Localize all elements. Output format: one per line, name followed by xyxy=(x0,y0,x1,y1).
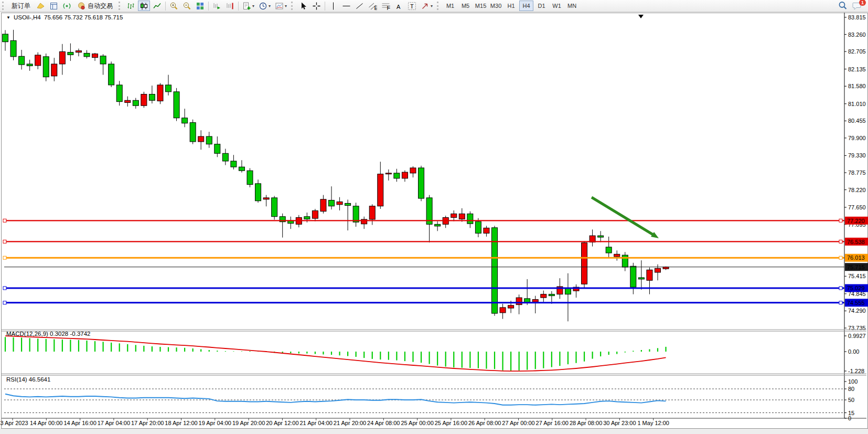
candle xyxy=(3,34,8,42)
candle xyxy=(43,57,49,77)
line-handle-right[interactable] xyxy=(839,256,842,259)
line-handle-left[interactable] xyxy=(3,287,6,290)
cursor-button[interactable] xyxy=(297,1,309,11)
candle xyxy=(337,202,342,205)
candle xyxy=(149,94,155,101)
candle xyxy=(239,167,244,171)
candle xyxy=(630,266,636,287)
chart-title: ▼USOil-,H4 75.656 75.732 75.618 75.715 xyxy=(6,14,123,20)
tile-windows-button[interactable] xyxy=(194,1,206,11)
auto-scroll-button[interactable] xyxy=(211,1,223,11)
text-button[interactable]: A xyxy=(393,1,405,11)
candlestick-chart-button[interactable] xyxy=(138,1,150,11)
text-label-button[interactable]: T xyxy=(406,1,418,11)
rsi-line xyxy=(5,394,666,405)
candle xyxy=(35,55,41,66)
macd-signal-line xyxy=(5,336,666,371)
timeframe-h4-button[interactable]: H4 xyxy=(519,1,533,11)
timeframe-d1-button[interactable]: D1 xyxy=(534,1,549,11)
horizontal-line-button[interactable] xyxy=(340,1,352,11)
candle xyxy=(459,214,465,219)
chart-shift-button[interactable] xyxy=(224,1,236,11)
price-badge-label: 76.013 xyxy=(847,255,865,261)
search-icon[interactable] xyxy=(837,1,849,11)
date-label: 28 Apr 08:00 xyxy=(570,420,602,426)
macd-signal-value: -0.3742 xyxy=(70,331,90,337)
line-chart-button[interactable] xyxy=(151,1,163,11)
template-button[interactable]: ▾ xyxy=(273,1,288,11)
candle xyxy=(141,94,147,106)
trend-arrow-annotation[interactable] xyxy=(592,197,653,235)
timeframe-w1-button[interactable]: W1 xyxy=(550,1,564,11)
timeframe-m1-button[interactable]: M1 xyxy=(443,1,457,11)
line-handle-right[interactable] xyxy=(839,301,842,304)
candle xyxy=(255,184,261,201)
candle xyxy=(475,221,481,233)
timeframe-clock-button[interactable]: ▾ xyxy=(257,1,272,11)
date-label: 1 May 12:00 xyxy=(637,420,669,426)
candle xyxy=(198,136,204,142)
candle xyxy=(394,173,400,178)
market-watch-icon[interactable] xyxy=(48,1,60,11)
chart-menu-icon[interactable]: ▼ xyxy=(6,15,10,20)
line-handle-right[interactable] xyxy=(839,287,842,290)
new-chart-button[interactable]: ▾ xyxy=(241,1,256,11)
timeframe-mn-button[interactable]: MN xyxy=(565,1,579,11)
line-handle-left[interactable] xyxy=(3,256,6,259)
macd-axis-label: 0.00 xyxy=(848,348,859,355)
candle xyxy=(68,52,73,55)
origami-icon[interactable] xyxy=(35,1,47,11)
price-axis-label: 81.010 xyxy=(848,101,866,107)
candle xyxy=(598,236,604,237)
candle xyxy=(329,200,335,206)
line-handle-left[interactable] xyxy=(3,219,6,222)
timeframe-m30-button[interactable]: M30 xyxy=(489,1,503,11)
candle xyxy=(222,153,228,161)
line-handle-right[interactable] xyxy=(839,240,842,243)
chart-canvas[interactable]: 83.81583.26082.70582.13581.58081.01080.4… xyxy=(0,0,868,434)
toolbar-grip[interactable] xyxy=(291,2,295,10)
toolbar-grip[interactable] xyxy=(2,2,6,10)
candle xyxy=(385,173,391,174)
timeframe-m15-button[interactable]: M15 xyxy=(474,1,488,11)
date-label: 20 Apr 12:00 xyxy=(266,420,298,426)
toolbar-grip[interactable] xyxy=(437,2,441,10)
candle xyxy=(549,294,554,296)
svg-text:A: A xyxy=(397,3,401,9)
candle xyxy=(353,206,359,223)
vertical-line-button[interactable] xyxy=(327,1,339,11)
chevron-down-icon: ▾ xyxy=(252,4,254,8)
toolbar-grip[interactable] xyxy=(119,2,123,10)
new-order-button[interactable]: 新订单 xyxy=(8,1,34,11)
candle xyxy=(410,168,416,173)
price-badge-label: 75.715 xyxy=(847,264,865,270)
toolbar-separator xyxy=(325,2,325,10)
line-handle-left[interactable] xyxy=(3,301,6,304)
date-label: 14 Apr 16:00 xyxy=(63,420,96,426)
zoom-out-button[interactable] xyxy=(181,1,193,11)
bar-chart-button[interactable] xyxy=(125,1,137,11)
line-handle-left[interactable] xyxy=(3,240,6,243)
candle xyxy=(231,161,237,167)
crosshair-button[interactable] xyxy=(310,1,323,11)
toolbar: 新订单 自动交易 ▾ ▾ ▾ xyxy=(0,0,868,12)
date-label: 17 Apr 20:00 xyxy=(131,420,164,426)
toolbar-separator xyxy=(208,2,209,10)
candle xyxy=(133,100,138,105)
candle xyxy=(312,211,318,219)
candle xyxy=(582,243,587,284)
line-handle-right[interactable] xyxy=(839,219,842,222)
signal-icon[interactable] xyxy=(61,1,73,11)
equidistant-channel-button[interactable]: E xyxy=(367,1,379,11)
timeframe-m5-button[interactable]: M5 xyxy=(458,1,473,11)
trendline-button[interactable] xyxy=(353,1,366,11)
zoom-in-button[interactable] xyxy=(168,1,180,11)
fibonacci-button[interactable]: F xyxy=(380,1,392,11)
macd-axis-label: 0.9927 xyxy=(848,333,866,339)
timeframe-h1-button[interactable]: H1 xyxy=(504,1,518,11)
candle xyxy=(516,298,522,305)
candle xyxy=(532,300,538,302)
candle xyxy=(174,92,179,118)
arrows-button[interactable]: ▾ xyxy=(419,1,434,11)
autotrading-button[interactable]: 自动交易 xyxy=(74,1,116,11)
